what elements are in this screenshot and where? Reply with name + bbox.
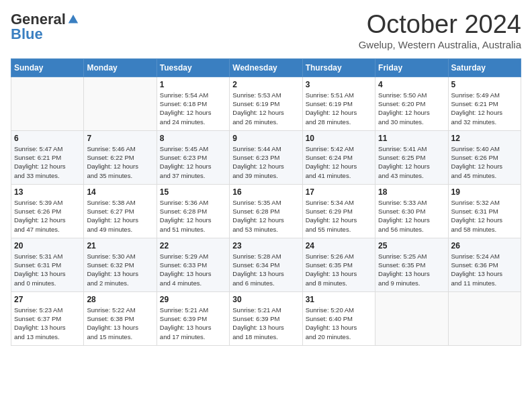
day-number: 27 <box>14 295 81 304</box>
weekday-header-cell: Friday <box>375 58 448 77</box>
calendar-day-cell: 7Sunrise: 5:46 AM Sunset: 6:22 PM Daylig… <box>84 130 157 184</box>
day-info: Sunrise: 5:39 AM Sunset: 6:26 PM Dayligh… <box>14 198 81 234</box>
calendar-day-cell: 4Sunrise: 5:50 AM Sunset: 6:20 PM Daylig… <box>375 77 448 130</box>
subtitle: Gwelup, Western Australia, Australia <box>359 39 521 50</box>
calendar-day-cell <box>448 291 521 345</box>
calendar-day-cell: 17Sunrise: 5:34 AM Sunset: 6:29 PM Dayli… <box>302 184 375 238</box>
day-info: Sunrise: 5:31 AM Sunset: 6:31 PM Dayligh… <box>14 252 81 287</box>
day-info: Sunrise: 5:47 AM Sunset: 6:21 PM Dayligh… <box>14 144 81 180</box>
day-info: Sunrise: 5:42 AM Sunset: 6:24 PM Dayligh… <box>306 144 372 180</box>
calendar-week-row: 1Sunrise: 5:54 AM Sunset: 6:18 PM Daylig… <box>11 77 521 130</box>
calendar-day-cell: 1Sunrise: 5:54 AM Sunset: 6:18 PM Daylig… <box>157 77 229 130</box>
calendar-day-cell: 28Sunrise: 5:22 AM Sunset: 6:38 PM Dayli… <box>84 291 157 345</box>
calendar-day-cell: 26Sunrise: 5:24 AM Sunset: 6:36 PM Dayli… <box>448 238 521 291</box>
weekday-header-cell: Monday <box>84 58 157 77</box>
calendar-day-cell: 31Sunrise: 5:20 AM Sunset: 6:40 PM Dayli… <box>302 291 375 345</box>
day-info: Sunrise: 5:38 AM Sunset: 6:27 PM Dayligh… <box>87 198 153 234</box>
day-info: Sunrise: 5:33 AM Sunset: 6:30 PM Dayligh… <box>378 198 445 234</box>
day-info: Sunrise: 5:46 AM Sunset: 6:22 PM Dayligh… <box>87 144 153 180</box>
day-info: Sunrise: 5:20 AM Sunset: 6:40 PM Dayligh… <box>306 306 372 341</box>
calendar-day-cell: 30Sunrise: 5:21 AM Sunset: 6:39 PM Dayli… <box>230 291 302 345</box>
calendar-day-cell: 25Sunrise: 5:25 AM Sunset: 6:35 PM Dayli… <box>375 238 448 291</box>
logo: General Blue <box>11 11 79 43</box>
calendar-day-cell: 6Sunrise: 5:47 AM Sunset: 6:21 PM Daylig… <box>11 130 84 184</box>
calendar-day-cell <box>84 77 157 130</box>
calendar-day-cell: 20Sunrise: 5:31 AM Sunset: 6:31 PM Dayli… <box>11 238 84 291</box>
calendar-day-cell: 21Sunrise: 5:30 AM Sunset: 6:32 PM Dayli… <box>84 238 157 291</box>
day-info: Sunrise: 5:34 AM Sunset: 6:29 PM Dayligh… <box>306 198 372 234</box>
day-info: Sunrise: 5:21 AM Sunset: 6:39 PM Dayligh… <box>232 306 299 341</box>
month-title: October 2024 <box>359 11 521 39</box>
day-number: 21 <box>87 241 153 250</box>
weekday-header-cell: Thursday <box>302 58 375 77</box>
day-info: Sunrise: 5:32 AM Sunset: 6:31 PM Dayligh… <box>451 198 518 234</box>
calendar-day-cell <box>375 291 448 345</box>
day-number: 19 <box>451 187 518 197</box>
calendar: SundayMondayTuesdayWednesdayThursdayFrid… <box>11 58 521 346</box>
weekday-header-cell: Tuesday <box>157 58 229 77</box>
day-number: 8 <box>160 134 226 143</box>
day-number: 29 <box>160 295 226 304</box>
day-info: Sunrise: 5:24 AM Sunset: 6:36 PM Dayligh… <box>451 252 518 287</box>
day-number: 13 <box>14 187 81 197</box>
calendar-week-row: 20Sunrise: 5:31 AM Sunset: 6:31 PM Dayli… <box>11 238 521 291</box>
day-number: 18 <box>378 187 445 197</box>
calendar-day-cell: 15Sunrise: 5:36 AM Sunset: 6:28 PM Dayli… <box>157 184 229 238</box>
day-info: Sunrise: 5:22 AM Sunset: 6:38 PM Dayligh… <box>87 306 153 341</box>
calendar-day-cell: 3Sunrise: 5:51 AM Sunset: 6:19 PM Daylig… <box>302 77 375 130</box>
day-info: Sunrise: 5:36 AM Sunset: 6:28 PM Dayligh… <box>160 198 226 234</box>
calendar-week-row: 27Sunrise: 5:23 AM Sunset: 6:37 PM Dayli… <box>11 291 521 345</box>
day-number: 1 <box>160 80 226 89</box>
day-info: Sunrise: 5:49 AM Sunset: 6:21 PM Dayligh… <box>451 91 518 126</box>
day-number: 12 <box>451 134 518 143</box>
calendar-day-cell: 12Sunrise: 5:40 AM Sunset: 6:26 PM Dayli… <box>448 130 521 184</box>
day-info: Sunrise: 5:21 AM Sunset: 6:39 PM Dayligh… <box>160 306 226 341</box>
day-info: Sunrise: 5:51 AM Sunset: 6:19 PM Dayligh… <box>306 91 372 126</box>
day-info: Sunrise: 5:26 AM Sunset: 6:35 PM Dayligh… <box>306 252 372 287</box>
day-number: 11 <box>378 134 445 143</box>
weekday-header-row: SundayMondayTuesdayWednesdayThursdayFrid… <box>11 58 521 77</box>
day-number: 15 <box>160 187 226 197</box>
day-number: 16 <box>232 187 299 197</box>
day-number: 24 <box>306 241 372 250</box>
calendar-day-cell: 23Sunrise: 5:28 AM Sunset: 6:34 PM Dayli… <box>230 238 302 291</box>
calendar-day-cell: 27Sunrise: 5:23 AM Sunset: 6:37 PM Dayli… <box>11 291 84 345</box>
day-number: 10 <box>306 134 372 143</box>
calendar-day-cell: 22Sunrise: 5:29 AM Sunset: 6:33 PM Dayli… <box>157 238 229 291</box>
calendar-week-row: 13Sunrise: 5:39 AM Sunset: 6:26 PM Dayli… <box>11 184 521 238</box>
calendar-day-cell: 8Sunrise: 5:45 AM Sunset: 6:23 PM Daylig… <box>157 130 229 184</box>
weekday-header-cell: Wednesday <box>230 58 302 77</box>
day-info: Sunrise: 5:28 AM Sunset: 6:34 PM Dayligh… <box>232 252 299 287</box>
day-info: Sunrise: 5:45 AM Sunset: 6:23 PM Dayligh… <box>160 144 226 180</box>
svg-marker-0 <box>69 15 78 24</box>
day-number: 6 <box>14 134 81 143</box>
day-number: 25 <box>378 241 445 250</box>
day-number: 31 <box>306 295 372 304</box>
weekday-header-cell: Saturday <box>448 58 521 77</box>
day-info: Sunrise: 5:44 AM Sunset: 6:23 PM Dayligh… <box>232 144 299 180</box>
calendar-day-cell: 29Sunrise: 5:21 AM Sunset: 6:39 PM Dayli… <box>157 291 229 345</box>
day-number: 28 <box>87 295 153 304</box>
calendar-week-row: 6Sunrise: 5:47 AM Sunset: 6:21 PM Daylig… <box>11 130 521 184</box>
day-number: 2 <box>232 80 299 89</box>
calendar-day-cell: 13Sunrise: 5:39 AM Sunset: 6:26 PM Dayli… <box>11 184 84 238</box>
day-info: Sunrise: 5:23 AM Sunset: 6:37 PM Dayligh… <box>14 306 81 341</box>
calendar-day-cell: 18Sunrise: 5:33 AM Sunset: 6:30 PM Dayli… <box>375 184 448 238</box>
day-info: Sunrise: 5:53 AM Sunset: 6:19 PM Dayligh… <box>232 91 299 126</box>
day-number: 3 <box>306 80 372 89</box>
day-info: Sunrise: 5:35 AM Sunset: 6:28 PM Dayligh… <box>232 198 299 234</box>
day-info: Sunrise: 5:25 AM Sunset: 6:35 PM Dayligh… <box>378 252 445 287</box>
calendar-day-cell: 10Sunrise: 5:42 AM Sunset: 6:24 PM Dayli… <box>302 130 375 184</box>
day-number: 20 <box>14 241 81 250</box>
day-number: 14 <box>87 187 153 197</box>
day-info: Sunrise: 5:54 AM Sunset: 6:18 PM Dayligh… <box>160 91 226 126</box>
calendar-body: 1Sunrise: 5:54 AM Sunset: 6:18 PM Daylig… <box>11 77 521 345</box>
day-info: Sunrise: 5:41 AM Sunset: 6:25 PM Dayligh… <box>378 144 445 180</box>
calendar-day-cell: 2Sunrise: 5:53 AM Sunset: 6:19 PM Daylig… <box>230 77 302 130</box>
day-number: 5 <box>451 80 518 89</box>
day-number: 17 <box>306 187 372 197</box>
calendar-day-cell: 16Sunrise: 5:35 AM Sunset: 6:28 PM Dayli… <box>230 184 302 238</box>
day-info: Sunrise: 5:40 AM Sunset: 6:26 PM Dayligh… <box>451 144 518 180</box>
calendar-day-cell: 9Sunrise: 5:44 AM Sunset: 6:23 PM Daylig… <box>230 130 302 184</box>
calendar-day-cell: 19Sunrise: 5:32 AM Sunset: 6:31 PM Dayli… <box>448 184 521 238</box>
